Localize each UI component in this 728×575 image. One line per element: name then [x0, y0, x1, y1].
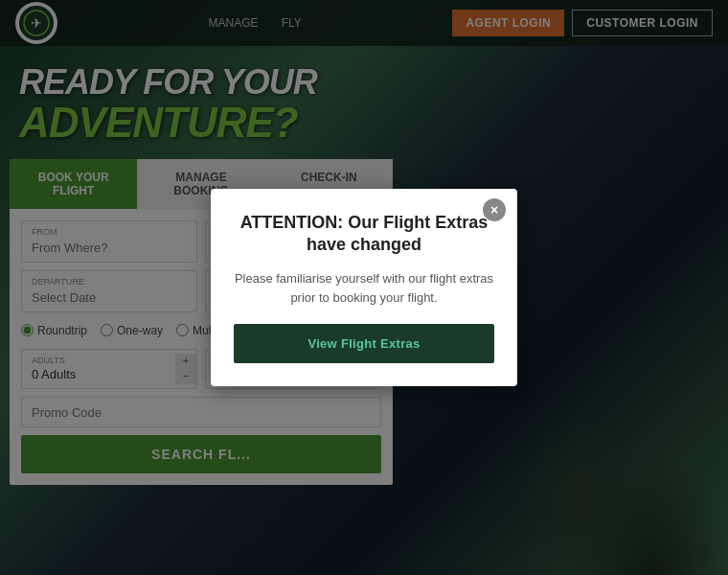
modal-title: ATTENTION: Our Flight Extras have change…: [234, 212, 494, 257]
modal-cta-button[interactable]: View Flight Extras: [234, 324, 494, 363]
modal-close-button[interactable]: ×: [483, 198, 506, 221]
modal-overlay: × ATTENTION: Our Flight Extras have chan…: [0, 0, 728, 575]
modal-dialog: × ATTENTION: Our Flight Extras have chan…: [211, 189, 517, 387]
modal-body: Please familiarise yourself with our fli…: [234, 269, 494, 307]
